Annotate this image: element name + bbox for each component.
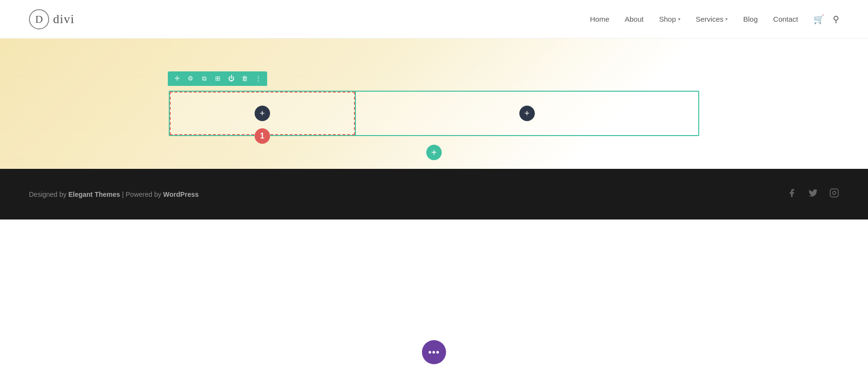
- search-icon[interactable]: ⚲: [833, 14, 839, 25]
- toolbar-delete-icon[interactable]: 🗑: [239, 73, 250, 84]
- toolbar-duplicate-icon[interactable]: ⧉: [199, 73, 209, 84]
- nav-item-home[interactable]: Home: [590, 15, 609, 23]
- logo[interactable]: D divi: [29, 9, 74, 29]
- logo-icon: D: [29, 9, 49, 29]
- services-chevron-icon: ▾: [725, 16, 728, 22]
- add-module-col2-button[interactable]: +: [519, 106, 535, 121]
- twitter-icon[interactable]: [808, 188, 818, 200]
- footer-text: Designed by Elegant Themes | Powered by …: [29, 191, 199, 198]
- toolbar-power-icon[interactable]: ⏻: [226, 73, 236, 84]
- white-space: •••: [0, 219, 868, 384]
- main-content: ✛ ⚙ ⧉ ⊞ ⏻ 🗑 ⋮ + 1 +: [0, 39, 868, 169]
- logo-text: divi: [53, 12, 74, 27]
- site-header: D divi Home About Shop ▾ Services ▾ Blog…: [0, 0, 868, 39]
- instagram-icon[interactable]: [829, 188, 839, 200]
- add-module-col1-button[interactable]: +: [255, 106, 270, 121]
- toolbar-more-icon[interactable]: ⋮: [253, 73, 263, 84]
- builder-section: ✛ ⚙ ⧉ ⊞ ⏻ 🗑 ⋮ + 1 +: [169, 91, 699, 136]
- nav-item-services[interactable]: Services ▾: [696, 15, 728, 23]
- main-nav: Home About Shop ▾ Services ▾ Blog Contac…: [590, 14, 839, 25]
- svg-rect-0: [830, 189, 839, 197]
- nav-actions: 🛒 ⚲: [814, 14, 839, 25]
- nav-item-about[interactable]: About: [624, 15, 643, 23]
- site-footer: Designed by Elegant Themes | Powered by …: [0, 169, 868, 219]
- row-container: + 1 +: [169, 91, 699, 136]
- column-1: + 1: [170, 92, 355, 135]
- row-toolbar: ✛ ⚙ ⧉ ⊞ ⏻ 🗑 ⋮: [168, 71, 267, 86]
- nav-item-shop[interactable]: Shop ▾: [659, 15, 680, 23]
- number-badge: 1: [255, 128, 270, 144]
- add-row-button[interactable]: +: [426, 145, 442, 160]
- column-2: +: [356, 92, 698, 135]
- nav-item-contact[interactable]: Contact: [773, 15, 798, 23]
- cart-icon[interactable]: 🛒: [814, 14, 824, 25]
- facebook-icon[interactable]: [787, 188, 797, 200]
- nav-item-blog[interactable]: Blog: [743, 15, 758, 23]
- toolbar-move-icon[interactable]: ✛: [172, 73, 182, 84]
- floating-menu-button[interactable]: •••: [422, 340, 446, 364]
- toolbar-settings-icon[interactable]: ⚙: [185, 73, 196, 84]
- footer-social-icons: [787, 188, 839, 200]
- shop-chevron-icon: ▾: [678, 16, 680, 22]
- toolbar-grid-icon[interactable]: ⊞: [212, 73, 223, 84]
